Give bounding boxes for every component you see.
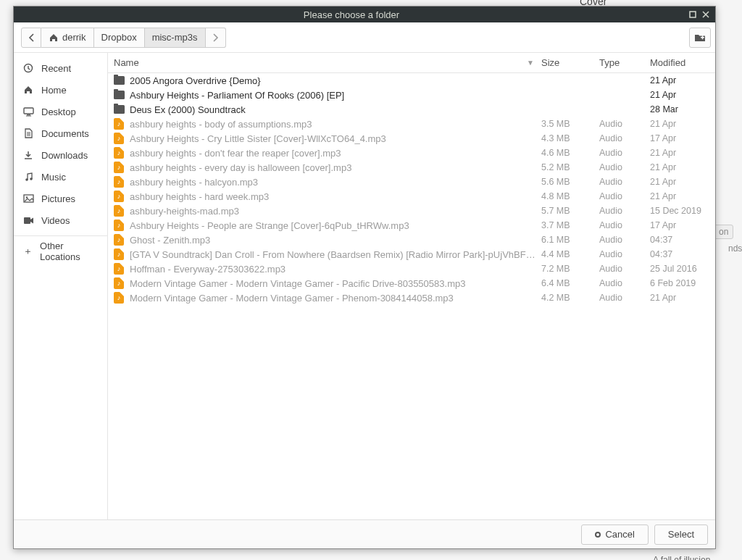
crumb-2[interactable]: misc-mp3s [145,28,206,48]
file-modified: 21 Apr [650,293,715,303]
svg-point-7 [25,178,28,181]
file-row[interactable]: Modern Vintage Gamer - Modern Vintage Ga… [108,276,715,291]
sidebar-item-label: Home [41,85,67,96]
file-type: Audio [599,119,650,129]
file-row[interactable]: ashbury heights - don't fear the reaper … [108,146,715,160]
folder-row[interactable]: Deus Ex (2000) Soundtrack28 Mar [108,102,715,117]
file-row[interactable]: ashbury-heights-mad.mp35.7 MBAudio15 Dec… [108,204,715,218]
crumb-1-label: Dropbox [101,32,137,43]
nav-back-button[interactable] [21,28,41,48]
sidebar-item-label: Documents [41,128,89,139]
sort-indicator-icon: ▼ [527,59,534,67]
sidebar-other-locations[interactable]: ＋ Other Locations [14,241,107,262]
file-modified: 17 Apr [650,133,715,143]
crumb-1[interactable]: Dropbox [94,28,145,48]
column-modified[interactable]: Modified [650,57,715,68]
file-row[interactable]: Hoffman - Everyway-275303622.mp37.2 MBAu… [108,262,715,276]
file-row[interactable]: ashbury heights - every day is halloween… [108,160,715,175]
audio-file-icon [114,176,124,188]
file-size: 5.2 MB [541,162,599,172]
file-row[interactable]: [GTA V Soundtrack] Dan Croll - From Nowh… [108,247,715,262]
file-row[interactable]: ashbury heights - halcyon.mp35.6 MBAudio… [108,175,715,189]
folder-row[interactable]: 2005 Angora Overdrive {Demo}21 Apr [108,73,715,88]
folder-icon [114,76,125,85]
cancel-icon [595,532,601,538]
audio-file-icon [114,292,124,304]
nav-forward-button[interactable] [206,28,226,48]
dialog-footer: Cancel Select [14,519,715,548]
sidebar-item-desktop[interactable]: Desktop [14,101,107,122]
sidebar-item-documents[interactable]: Documents [14,122,107,144]
dialog-title: Please choose a folder [17,9,686,20]
file-size: 4.6 MB [541,148,599,158]
svg-rect-2 [702,35,703,39]
recent-icon [22,63,34,73]
svg-rect-11 [24,217,30,224]
file-modified: 21 Apr [650,191,715,201]
new-folder-button[interactable] [689,28,711,48]
file-modified: 04:37 [650,235,715,245]
file-modified: 21 Apr [650,148,715,158]
file-row[interactable]: Modern Vintage Gamer - Modern Vintage Ga… [108,291,715,305]
select-button[interactable]: Select [654,525,708,545]
file-size: 6.4 MB [541,278,599,288]
audio-file-icon [114,205,124,217]
column-type[interactable]: Type [599,57,650,68]
cancel-button[interactable]: Cancel [581,525,648,545]
sidebar-item-music[interactable]: Music [14,166,107,188]
breadcrumb: derrik Dropbox misc-mp3s [21,28,226,48]
file-row[interactable]: ashbury heights - body of assumptions.mp… [108,117,715,131]
svg-rect-5 [27,114,30,115]
file-row[interactable]: Ashbury Heights - Cry Little Sister [Cov… [108,131,715,146]
file-modified: 21 Apr [650,75,715,85]
downloads-icon [22,150,34,160]
file-list: 2005 Angora Overdrive {Demo}21 AprAshbur… [108,73,715,519]
folder-row[interactable]: Ashbury Heights - Parliament Of Rooks (2… [108,88,715,102]
audio-file-icon [114,263,124,275]
file-name: [GTA V Soundtrack] Dan Croll - From Nowh… [130,249,541,260]
file-name: 2005 Angora Overdrive {Demo} [130,75,541,86]
sidebar-item-videos[interactable]: Videos [14,209,107,231]
file-name: ashbury heights - body of assumptions.mp… [130,119,541,130]
column-name[interactable]: Name ▼ [108,57,541,68]
file-name: ashbury heights - every day is halloween… [130,162,541,173]
videos-icon [22,217,34,225]
file-name: Deus Ex (2000) Soundtrack [130,104,541,115]
pictures-icon [22,194,34,203]
file-modified: 21 Apr [650,90,715,100]
sidebar-item-recent[interactable]: Recent [14,57,107,79]
sidebar-item-downloads[interactable]: Downloads [14,144,107,166]
sidebar-item-label: Music [41,172,66,183]
file-type: Audio [599,235,650,245]
maximize-button[interactable] [686,8,699,21]
sidebar-item-home[interactable]: Home [14,79,107,101]
path-toolbar: derrik Dropbox misc-mp3s [14,22,715,53]
file-row[interactable]: Ashbury Heights - People are Strange [Co… [108,218,715,233]
file-name: ashbury heights - hard week.mp3 [130,191,541,202]
sidebar-item-pictures[interactable]: Pictures [14,188,107,209]
backdrop-nds: nds [728,243,742,254]
desktop-icon [22,107,34,117]
file-size: 4.4 MB [541,249,599,259]
file-size: 4.2 MB [541,293,599,303]
file-row[interactable]: ashbury heights - hard week.mp34.8 MBAud… [108,189,715,204]
sidebar-item-label: Videos [41,215,70,226]
column-header: Name ▼ Size Type Modified [108,53,715,73]
file-size: 4.3 MB [541,133,599,143]
close-button[interactable] [699,8,712,21]
file-modified: 28 Mar [650,104,715,114]
file-type: Audio [599,278,650,288]
folder-icon [114,91,125,99]
audio-file-icon [114,234,124,246]
file-modified: 25 Jul 2016 [650,264,715,274]
file-type: Audio [599,249,650,259]
column-size[interactable]: Size [541,57,599,68]
file-row[interactable]: Ghost - Zenith.mp36.1 MBAudio04:37 [108,233,715,247]
crumb-home[interactable]: derrik [41,28,94,48]
cancel-label: Cancel [605,529,634,540]
audio-file-icon [114,248,124,260]
file-size: 3.7 MB [541,220,599,230]
places-sidebar: RecentHomeDesktopDocumentsDownloadsMusic… [14,53,108,519]
audio-file-icon [114,191,124,202]
sidebar-item-label: Downloads [41,150,88,161]
